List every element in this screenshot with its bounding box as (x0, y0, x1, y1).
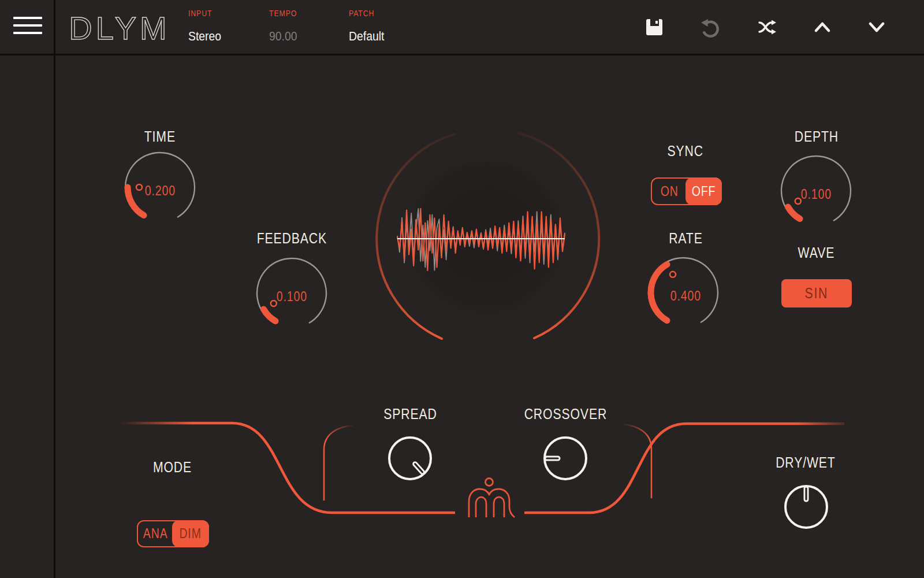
drywet-label: DRY/WET (719, 454, 892, 471)
shuffle-icon[interactable] (757, 17, 779, 38)
hamburger-menu-icon[interactable] (13, 17, 42, 38)
tempo-value[interactable]: 90.00 (269, 29, 297, 44)
spread-knob[interactable] (384, 432, 436, 484)
modulation-display (346, 116, 635, 370)
feedback-value: 0.100 (245, 289, 338, 305)
patch-label: PATCH (349, 9, 374, 18)
crossover-label: CROSSOVER (479, 406, 652, 423)
save-icon[interactable] (644, 17, 665, 38)
input-field[interactable]: INPUT Stereo (188, 9, 226, 44)
crossover-inner-curve-left (324, 425, 353, 501)
wave-label: WAVE (729, 244, 903, 261)
sync-option-off[interactable]: OFF (687, 179, 721, 204)
wave-value: SIN (805, 285, 829, 302)
tempo-field[interactable]: TEMPO 90.00 (269, 9, 301, 44)
input-value[interactable]: Stereo (188, 29, 221, 44)
sync-option-on[interactable]: ON (652, 179, 687, 204)
sync-toggle[interactable]: ON OFF (651, 177, 722, 205)
patch-value[interactable]: Default (349, 29, 384, 44)
time-value: 0.200 (114, 183, 206, 199)
crossover-knob[interactable] (539, 432, 591, 484)
depth-value: 0.100 (770, 187, 862, 202)
mode-label: MODE (85, 459, 259, 476)
imaginando-logo (469, 479, 515, 518)
mode-toggle[interactable]: ANA DIM (137, 520, 209, 547)
topbar-divider (0, 54, 924, 55)
mode-option-dim[interactable]: DIM (173, 521, 208, 546)
mode-option-ana[interactable]: ANA (138, 521, 173, 546)
patch-field[interactable]: PATCH Default (349, 9, 389, 44)
chevron-down-icon[interactable] (866, 17, 887, 38)
sidebar-divider (54, 0, 55, 578)
spread-label: SPREAD (323, 406, 497, 423)
sync-label: SYNC (599, 143, 772, 160)
svg-text:DLYM: DLYM (69, 10, 170, 46)
undo-icon[interactable] (700, 17, 721, 38)
input-label: INPUT (188, 9, 212, 18)
plugin-window: DLYM INPUT Stereo TEMPO 90.00 PATCH Defa… (0, 0, 924, 578)
drywet-knob[interactable] (780, 481, 832, 533)
tempo-label: TEMPO (269, 9, 297, 18)
brand-logo: DLYM (65, 7, 174, 47)
wave-select-button[interactable]: SIN (781, 279, 852, 307)
chevron-up-icon[interactable] (812, 17, 833, 38)
rate-value: 0.400 (639, 288, 732, 304)
